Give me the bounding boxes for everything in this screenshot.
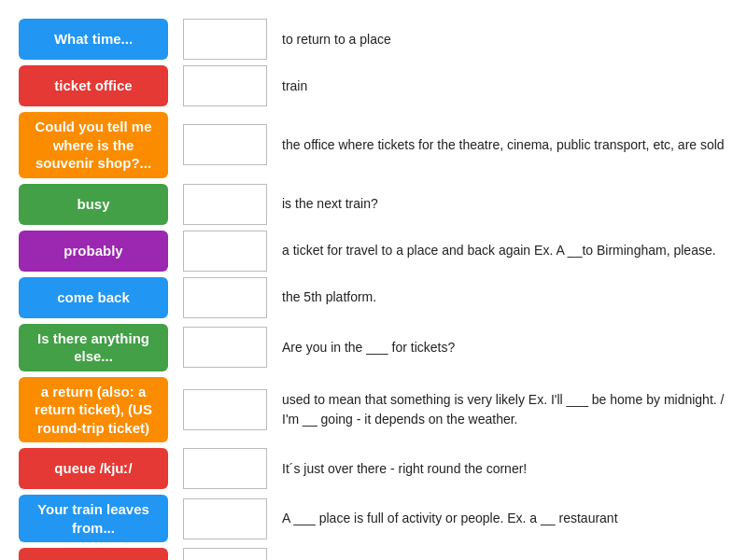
definition-busy: is the next train? [282, 194, 728, 214]
card-is-there[interactable]: Is there anything else... [19, 324, 168, 371]
answer-input-a-return[interactable] [183, 389, 267, 430]
row-a-return: a return (also: a return ticket), (US ro… [19, 377, 728, 443]
row-probably: probablya ticket for travel to a place a… [19, 231, 728, 272]
definition-could-you-tell: the office where tickets for the theatre… [282, 135, 728, 155]
answer-input-to-take-a[interactable] [183, 548, 267, 560]
answer-input-busy[interactable] [183, 184, 267, 225]
card-what-time[interactable]: What time... [19, 19, 168, 60]
answer-input-queue[interactable] [183, 448, 267, 489]
card-ticket-office[interactable]: ticket office [19, 65, 168, 106]
card-to-take-a[interactable]: to take a... [19, 548, 168, 560]
matching-exercise: What time...to return to a placeticket o… [19, 19, 728, 560]
card-come-back[interactable]: come back [19, 277, 168, 318]
definition-probably: a ticket for travel to a place and back … [282, 241, 728, 260]
row-your-train: Your train leaves from...A ___ place is … [19, 495, 728, 542]
row-to-take-a: to take a......I can help you with? [19, 548, 728, 560]
card-a-return[interactable]: a return (also: a return ticket), (US ro… [19, 377, 168, 443]
card-probably[interactable]: probably [19, 231, 168, 272]
definition-come-back: the 5th platform. [282, 287, 728, 307]
row-busy: busyis the next train? [19, 184, 728, 225]
answer-input-could-you-tell[interactable] [183, 124, 267, 165]
definition-ticket-office: train [282, 77, 728, 96]
card-your-train[interactable]: Your train leaves from... [19, 495, 168, 542]
definition-is-there: Are you in the ___ for tickets? [282, 338, 728, 357]
answer-input-ticket-office[interactable] [183, 65, 267, 106]
row-could-you-tell: Could you tell me where is the souvenir … [19, 112, 728, 178]
row-ticket-office: ticket officetrain [19, 65, 728, 106]
row-come-back: come backthe 5th platform. [19, 277, 728, 318]
card-could-you-tell[interactable]: Could you tell me where is the souvenir … [19, 112, 168, 178]
row-is-there: Is there anything else...Are you in the … [19, 324, 728, 371]
card-queue[interactable]: queue /kjuː/ [19, 448, 168, 489]
answer-input-come-back[interactable] [183, 277, 267, 318]
definition-your-train: A ___ place is full of activity or peopl… [282, 509, 728, 528]
definition-a-return: used to mean that something is very like… [282, 390, 728, 429]
row-queue: queue /kjuː/It´s just over there - right… [19, 448, 728, 489]
card-busy[interactable]: busy [19, 184, 168, 225]
row-what-time: What time...to return to a place [19, 19, 728, 60]
answer-input-probably[interactable] [183, 231, 267, 272]
answer-input-is-there[interactable] [183, 327, 267, 368]
definition-queue: It´s just over there - right round the c… [282, 459, 728, 479]
answer-input-what-time[interactable] [183, 19, 267, 60]
answer-input-your-train[interactable] [183, 498, 267, 539]
definition-what-time: to return to a place [282, 30, 728, 49]
